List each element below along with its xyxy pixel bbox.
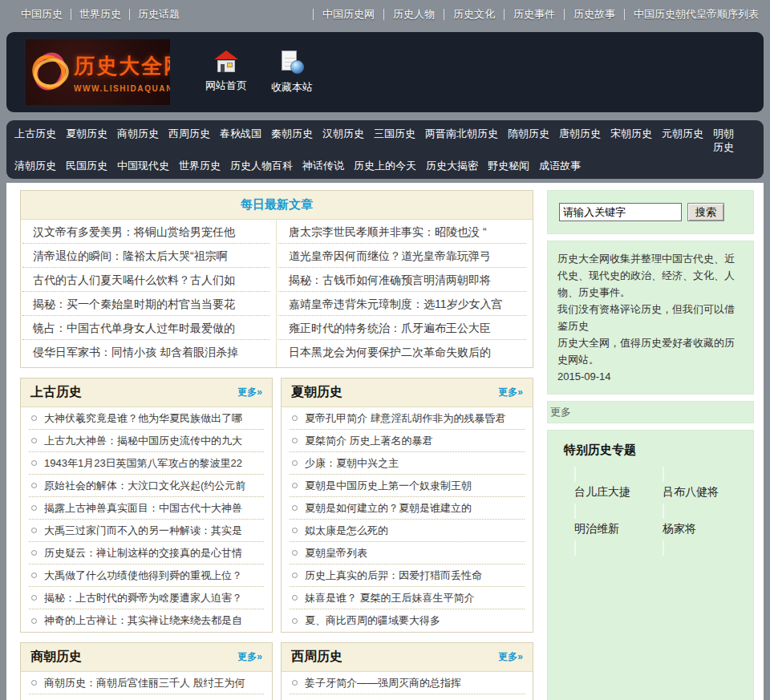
topbar-link[interactable]: 中国历史 bbox=[13, 9, 71, 20]
home-link[interactable]: 网站首页 bbox=[205, 51, 247, 95]
search-button[interactable]: 搜索 bbox=[687, 203, 724, 221]
nav-link[interactable]: 宋朝历史 bbox=[610, 127, 652, 140]
more-link[interactable]: 更多» bbox=[237, 650, 262, 664]
article-link[interactable]: 揭露上古神兽真实面目：中国古代十大神兽 bbox=[44, 501, 242, 516]
nav-link[interactable]: 历史大揭密 bbox=[426, 159, 478, 172]
nav-link[interactable]: 野史秘闻 bbox=[488, 159, 529, 172]
article-link[interactable]: 姒太康是怎么死的 bbox=[305, 524, 388, 538]
article-link[interactable]: 揭秘：买一个秦始皇时期的村官当当要花 bbox=[33, 297, 235, 310]
nav-link[interactable]: 秦朝历史 bbox=[271, 127, 313, 140]
bullet-icon bbox=[31, 528, 37, 533]
article-link[interactable]: 姜子牙简介——强周灭商的总指挥 bbox=[305, 676, 461, 690]
topic-image[interactable] bbox=[663, 504, 664, 519]
topic-label[interactable] bbox=[574, 556, 650, 575]
bookmark-globe-icon bbox=[279, 51, 305, 74]
nav-link[interactable]: 清朝历史 bbox=[14, 159, 56, 172]
latest-left-column: 汉文帝有多爱美男：将铜山赏给男宠任他清帝退位的瞬间：隆裕太后大哭“祖宗啊古代的古… bbox=[21, 220, 277, 367]
article-link[interactable]: 唐太宗李世民孝顺并非事实：昭陵也没 “ bbox=[289, 225, 487, 238]
article-link[interactable]: 镜占：中国古代单身女人过年时最爱做的 bbox=[33, 322, 235, 334]
section-shang-history: 商朝历史 更多» 商朝历史：商朝后宫佳丽三千人 殷纣王为何夏桀商纣：两个亡国君的… bbox=[20, 642, 273, 700]
nav-link[interactable]: 成语故事 bbox=[539, 159, 581, 172]
article-link[interactable]: 历史上真实的后羿：因爱打猎而丢性命 bbox=[305, 568, 482, 583]
article-link[interactable]: 大禹三过家门而不入的另一种解读：其实是 bbox=[44, 524, 242, 538]
nav-link[interactable]: 唐朝历史 bbox=[559, 127, 601, 140]
article-link[interactable]: 夏朝是如何建立的？夏朝是谁建立的 bbox=[305, 501, 472, 516]
article-link[interactable]: 大禹做了什么功绩使他得到舜的重视上位？ bbox=[44, 568, 242, 583]
nav-link[interactable]: 明朝历史 bbox=[713, 127, 736, 154]
search-input[interactable] bbox=[559, 203, 682, 221]
article-link[interactable]: 神奇的上古禅让：其实禅让绕来绕去都是自 bbox=[44, 613, 242, 628]
article-link[interactable]: 少康：夏朝中兴之主 bbox=[305, 456, 399, 471]
favorite-link[interactable]: 收藏本站 bbox=[271, 51, 313, 95]
nav-link[interactable]: 历史上的今天 bbox=[354, 159, 416, 172]
more-link[interactable]: 更多» bbox=[498, 650, 523, 664]
nav-link[interactable]: 两晋南北朝历史 bbox=[425, 127, 498, 140]
article-link[interactable]: 原始社会的解体：大汶口文化兴起(约公元前 bbox=[44, 479, 245, 493]
article-link[interactable]: 夏帝孔甲简介 肆意淫乱胡作非为的残暴昏君 bbox=[305, 411, 506, 426]
topbar-link[interactable]: 中国历史朝代皇帝顺序列表 bbox=[624, 9, 759, 20]
article-link[interactable]: 道光皇帝因何而继位？道光皇帝靠玩弹弓 bbox=[289, 249, 491, 262]
sidebar-more-link[interactable]: 更多 bbox=[550, 406, 571, 418]
topbar-link[interactable]: 历史故事 bbox=[564, 9, 624, 20]
topic-image[interactable] bbox=[574, 504, 576, 519]
article-link[interactable]: 日本黑龙会为何要保护二次革命失败后的 bbox=[289, 346, 491, 358]
topic-image[interactable] bbox=[663, 467, 664, 482]
site-logo[interactable]: 历史大全网 WWW.LISHIDAQUAN.COM bbox=[26, 39, 170, 105]
article-link[interactable]: 大神伏羲究竟是谁？他为华夏民族做出了哪 bbox=[44, 411, 242, 426]
nav-link[interactable]: 中国现代史 bbox=[117, 159, 169, 172]
topic-label[interactable]: 明治维新 bbox=[574, 519, 650, 538]
bullet-icon bbox=[292, 415, 298, 421]
article-link[interactable]: 汉文帝有多爱美男：将铜山赏给男宠任他 bbox=[33, 225, 235, 238]
nav-link[interactable]: 三国历史 bbox=[374, 127, 415, 140]
nav-link[interactable]: 上古历史 bbox=[14, 127, 56, 140]
topic-label[interactable]: 吕布八健将 bbox=[663, 482, 739, 501]
article-link[interactable]: 揭秘：古钱币如何准确预言明清两朝即将 bbox=[289, 273, 491, 286]
latest-right-column: 唐太宗李世民孝顺并非事实：昭陵也没 “道光皇帝因何而继位？道光皇帝靠玩弹弓揭秘：… bbox=[277, 220, 533, 367]
nav-link[interactable]: 商朝历史 bbox=[117, 127, 159, 140]
more-link[interactable]: 更多» bbox=[498, 386, 523, 399]
nav-link[interactable]: 汉朝历史 bbox=[322, 127, 364, 140]
article-list-item: 雍正时代的特务统治：爪牙遍布王公大臣 bbox=[278, 316, 526, 340]
topic-label[interactable]: 杨家将 bbox=[663, 519, 739, 538]
topic-label[interactable] bbox=[663, 556, 739, 575]
article-link[interactable]: 妹喜是谁？ 夏桀的王后妹喜生平简介 bbox=[305, 591, 475, 605]
topic-item bbox=[663, 541, 739, 575]
topic-image[interactable] bbox=[574, 467, 576, 482]
nav-link[interactable]: 世界历史 bbox=[179, 159, 221, 172]
nav-link[interactable]: 隋朝历史 bbox=[508, 127, 549, 140]
article-link[interactable]: 1943年1月23日英国第八军攻占的黎波里22 bbox=[44, 456, 242, 471]
nav-link[interactable]: 神话传说 bbox=[302, 159, 344, 172]
topic-label[interactable]: 台儿庄大捷 bbox=[574, 482, 650, 501]
nav-link[interactable]: 历史人物百科 bbox=[230, 159, 293, 172]
article-link[interactable]: 揭秘：上古时代的舜帝为啥屡遭家人迫害？ bbox=[44, 591, 242, 605]
article-link[interactable]: 历史疑云：禅让制这样的交接真的是心甘情 bbox=[44, 546, 242, 560]
article-link[interactable]: 古代的古人们夏天喝什么饮料？古人们如 bbox=[33, 273, 235, 286]
topbar-link[interactable]: 世界历史 bbox=[71, 9, 129, 20]
article-link[interactable]: 嘉靖皇帝违背朱元璋制度：选11岁少女入宫 bbox=[289, 297, 503, 310]
article-link[interactable]: 侵华日军家书：同情小孩 却含着眼泪杀掉 bbox=[33, 346, 238, 358]
home-icon bbox=[213, 51, 239, 72]
nav-link[interactable]: 西周历史 bbox=[168, 127, 210, 140]
article-link[interactable]: 商朝历史：商朝后宫佳丽三千人 殷纣王为何 bbox=[44, 676, 245, 690]
article-link[interactable]: 雍正时代的特务统治：爪牙遍布王公大臣 bbox=[289, 322, 491, 334]
more-link[interactable]: 更多» bbox=[237, 386, 262, 399]
article-link[interactable]: 夏、商比西周的疆域要大得多 bbox=[305, 613, 440, 628]
topic-image[interactable] bbox=[663, 540, 664, 556]
article-link[interactable]: 上古九大神兽：揭秘中国历史流传中的九大 bbox=[44, 434, 242, 448]
article-link[interactable]: 夏桀简介 历史上著名的暴君 bbox=[305, 434, 433, 448]
article-list-item: 夏朝是如何建立的？夏朝是谁建立的 bbox=[290, 497, 525, 520]
article-link[interactable]: 清帝退位的瞬间：隆裕太后大哭“祖宗啊 bbox=[33, 249, 228, 262]
nav-link[interactable]: 元朝历史 bbox=[662, 127, 703, 140]
article-link[interactable]: 夏朝皇帝列表 bbox=[305, 546, 367, 560]
article-link[interactable]: 夏朝是中国历史上第一个奴隶制王朝 bbox=[305, 479, 472, 493]
article-list-item: 上古九大神兽：揭秘中国历史流传中的九大 bbox=[29, 430, 264, 452]
topbar-link[interactable]: 历史人物 bbox=[383, 9, 444, 20]
topic-image[interactable] bbox=[574, 540, 576, 556]
topbar-link[interactable]: 历史事件 bbox=[504, 9, 564, 20]
topbar-link[interactable]: 历史文化 bbox=[444, 9, 504, 20]
topbar-link[interactable]: 历史话题 bbox=[129, 9, 188, 20]
nav-link[interactable]: 民国历史 bbox=[66, 159, 107, 172]
nav-link[interactable]: 夏朝历史 bbox=[66, 127, 107, 140]
nav-link[interactable]: 春秋战国 bbox=[220, 127, 261, 140]
topbar-link[interactable]: 中国历史网 bbox=[313, 9, 383, 20]
